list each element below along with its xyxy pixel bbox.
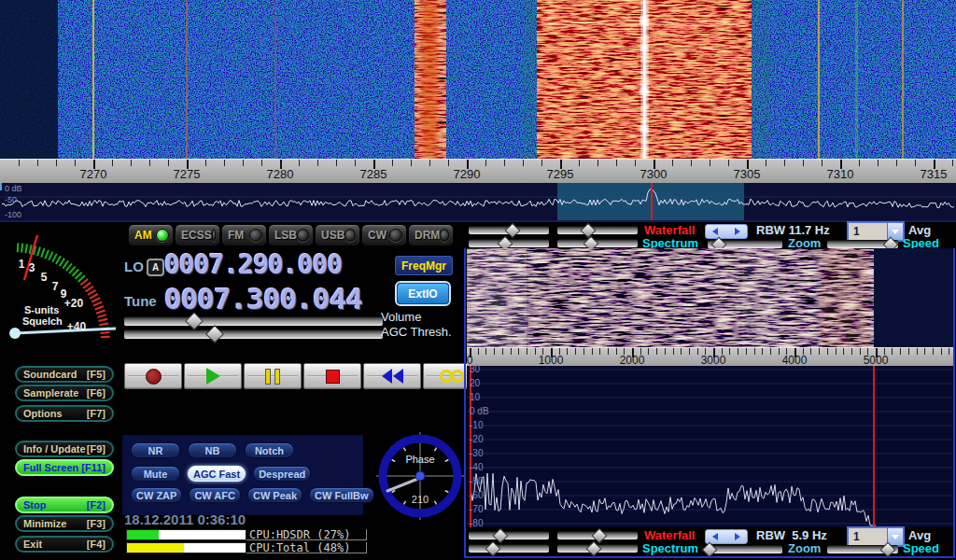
menu-button[interactable]: Exit [F4] [15, 536, 114, 553]
af-spectrum-label[interactable]: Spectrum [642, 541, 698, 555]
mode-button[interactable]: ECSS [175, 224, 220, 246]
agc-threshold-slider[interactable] [124, 329, 383, 339]
extio-button[interactable]: ExtIO [397, 283, 449, 304]
rf-spectrum-ref-slider[interactable] [469, 239, 549, 247]
menu-button-key: [F3] [87, 518, 105, 529]
dsp-button-label: NR [148, 445, 163, 456]
dsp-button[interactable]: NR [131, 442, 180, 458]
play-button[interactable] [184, 363, 242, 389]
mode-button-label: LSB [274, 229, 297, 242]
volume-slider[interactable] [124, 316, 383, 326]
spectrum-left-marker [0, 183, 2, 190]
mode-button[interactable]: FM [221, 224, 267, 246]
rf-spectrum-plot [0, 183, 956, 220]
divider-line [0, 220, 956, 222]
af-spectrum-ref-slider[interactable] [469, 544, 549, 553]
dsp-button[interactable]: Mute [131, 466, 180, 482]
rf-waterfall-label[interactable]: Waterfall [644, 223, 695, 237]
rf-waterfall-brightness-slider[interactable] [469, 226, 549, 234]
dsp-button[interactable]: NB [188, 442, 237, 458]
mode-button[interactable]: DRM [408, 224, 454, 246]
dsp-button[interactable]: CW Peak [247, 487, 302, 503]
phase-title: Phase [375, 454, 465, 465]
spinner-left-arrow-icon[interactable] [712, 533, 718, 540]
dsp-button[interactable]: Notch [245, 442, 294, 458]
mode-selector: AM ECSS FM LSB USB C [128, 224, 454, 246]
af-waterfall-contrast-slider[interactable] [557, 531, 638, 539]
menu-button[interactable]: Stop [F2] [15, 497, 114, 513]
rf-spectrum-range-slider[interactable] [557, 239, 638, 247]
slider-thumb[interactable] [580, 222, 596, 238]
af-frequency-tick-label: 3000 [701, 354, 726, 367]
rf-waterfall-contrast-slider[interactable] [557, 226, 638, 234]
rf-spectrum-display[interactable]: 0 dB-50-100 [0, 183, 956, 220]
rf-speed-slider[interactable] [827, 240, 898, 248]
dsp-button[interactable]: CW ZAP [131, 487, 182, 503]
af-zoom-slider[interactable] [708, 545, 782, 553]
dsp-button[interactable]: CW FullBw [309, 487, 373, 503]
stop-button[interactable] [303, 363, 361, 389]
mode-button[interactable]: USB [315, 224, 360, 246]
slider-thumb[interactable] [493, 527, 509, 543]
menu-button[interactable]: Options [F7] [15, 405, 114, 422]
phase-indicator: Phase 210 [375, 426, 465, 530]
rf-display-controls: Waterfall RBW 11.7 Hz 1 Avg Spectrum Zoo… [467, 223, 956, 248]
af-waterfall-noise [467, 248, 953, 347]
db-label: -10 [470, 420, 483, 430]
af-waterfall-label[interactable]: Waterfall [644, 528, 695, 542]
rf-rbw-spinner[interactable] [705, 224, 748, 239]
menu-button[interactable]: Full Screen [F11] [15, 459, 114, 476]
rf-waterfall-display[interactable] [0, 0, 956, 159]
af-speed-slider[interactable] [827, 545, 898, 553]
pause-button[interactable] [244, 363, 302, 389]
af-spectrum-display[interactable]: 3020100 dB-10-20-30-40-50-60-70-80 [467, 366, 953, 527]
menu-button-key: [F9] [87, 443, 105, 455]
rewind-button[interactable] [363, 363, 421, 389]
lo-frequency-display[interactable]: 0007.290.000 [164, 249, 342, 280]
mode-button[interactable]: CW [361, 224, 407, 246]
af-avg-dropdown[interactable]: 1 [847, 526, 905, 547]
menu-button[interactable]: Info / Update [F9] [15, 441, 114, 457]
rf-avg-dropdown[interactable]: 1 [847, 221, 905, 242]
dsp-button[interactable]: AGC Fast [188, 466, 246, 482]
af-rbw-spinner[interactable] [705, 529, 748, 544]
slider-thumb[interactable] [205, 325, 224, 343]
mode-button-label: FM [228, 229, 244, 242]
af-waterfall-display[interactable] [467, 248, 953, 347]
dsp-button-label: CW ZAP [136, 490, 176, 501]
menu-button[interactable]: Soundcard [F5] [15, 366, 114, 383]
spinner-right-arrow-icon[interactable] [735, 228, 740, 235]
af-spectrum-range-slider[interactable] [557, 544, 638, 553]
lo-auto-button[interactable]: A [147, 259, 164, 276]
slider-thumb[interactable] [505, 222, 521, 238]
s-meter[interactable]: 13579+20+40 S-units Squelch [0, 222, 121, 353]
spinner-left-arrow-icon[interactable] [712, 228, 718, 235]
slider-thumb[interactable] [485, 540, 500, 556]
tune-frequency-display[interactable]: 0007.300.044 [164, 282, 362, 315]
menu-button-label: Options [23, 408, 63, 419]
dsp-button-label: AGC Fast [193, 469, 240, 480]
rf-zoom-slider[interactable] [708, 240, 782, 248]
s-meter-scale-label: 7 [52, 280, 59, 293]
db-label: 10 [470, 392, 480, 402]
dsp-button[interactable]: Despread [253, 466, 311, 482]
mode-button[interactable]: AM [128, 224, 174, 246]
mode-button-label: CW [368, 229, 387, 242]
af-avg-label: Avg [908, 528, 931, 542]
menu-button[interactable]: Samplerate [F6] [15, 385, 114, 401]
freqmgr-button[interactable]: FreqMgr [395, 256, 453, 275]
record-button[interactable] [124, 363, 182, 389]
af-spectrum-trace [471, 473, 876, 525]
menu-button-label: Full Screen [23, 462, 78, 473]
datetime-display: 18.12.2011 0:36:10 [124, 511, 246, 527]
menu-button[interactable]: Minimize [F3] [15, 515, 114, 532]
dsp-button[interactable]: CW AFC [189, 487, 241, 503]
mode-button[interactable]: LSB [268, 224, 314, 246]
spinner-right-arrow-icon[interactable] [735, 533, 740, 540]
menu-button-label: Soundcard [23, 369, 77, 380]
af-waterfall-brightness-slider[interactable] [469, 531, 549, 539]
menu-button-label: Info / Update [23, 443, 86, 455]
main-frequency-scale[interactable]: 7270727572807285729072957300730573107315 [0, 159, 956, 185]
af-frequency-scale[interactable]: 010002000300040005000 [467, 347, 953, 368]
tune-label: Tune [124, 293, 157, 309]
